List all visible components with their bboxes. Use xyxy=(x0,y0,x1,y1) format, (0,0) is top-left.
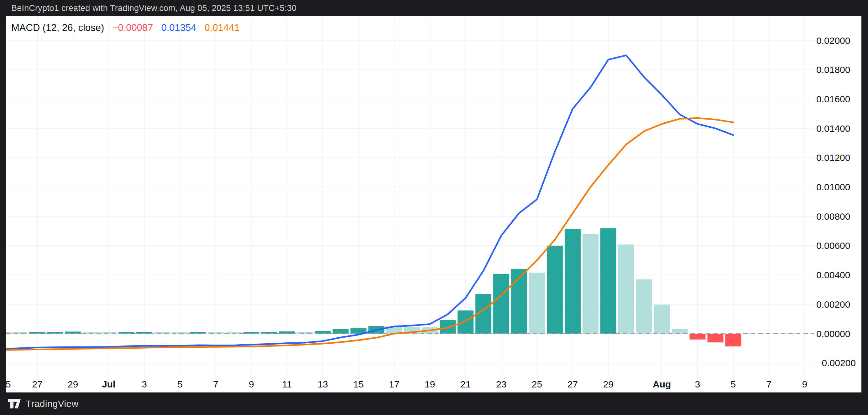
legend-histogram-value: −0.00087 xyxy=(112,22,153,34)
histogram-bar xyxy=(583,234,598,334)
y-tick-label: 0.01200 xyxy=(816,152,850,163)
histogram-bar xyxy=(547,246,563,334)
x-tick-label: 13 xyxy=(317,379,328,389)
x-tick-label: 3 xyxy=(695,379,700,389)
x-tick-label: 11 xyxy=(282,379,292,389)
histogram-bar xyxy=(672,329,688,334)
tradingview-screenshot: { "header": { "title": "BeInCrypto1 crea… xyxy=(0,0,868,415)
y-tick-label: 0.02000 xyxy=(816,35,850,46)
histogram-bar xyxy=(600,228,616,334)
x-tick-label: 7 xyxy=(767,379,772,389)
histogram-bar xyxy=(565,229,581,334)
y-tick-label: 0.00800 xyxy=(816,211,850,221)
x-tick-label: 5 xyxy=(731,379,736,389)
y-tick-label: 0.00600 xyxy=(816,240,850,251)
x-tick-label: 25 xyxy=(532,379,542,389)
indicator-legend[interactable]: MACD (12, 26, close) −0.00087 0.01354 0.… xyxy=(11,22,240,34)
header-bar: BeInCrypto1 created with TradingView.com… xyxy=(0,0,868,16)
x-tick-label: 3 xyxy=(142,379,147,389)
footer-bar: TradingView xyxy=(0,392,868,415)
histogram-bar xyxy=(440,320,456,334)
watermark-title: BeInCrypto1 created with TradingView.com… xyxy=(11,3,297,13)
x-tick-label: Aug xyxy=(653,379,671,389)
histogram-bar xyxy=(690,334,706,340)
x-tick-label: 9 xyxy=(802,379,807,389)
histogram-bar xyxy=(618,244,634,334)
histogram-bar xyxy=(458,310,473,334)
x-tick-label: 27 xyxy=(32,379,42,389)
histogram-bar xyxy=(333,329,349,334)
y-tick-label: 0.01400 xyxy=(816,123,850,134)
x-tick-label: 15 xyxy=(353,379,364,389)
histogram-bar xyxy=(654,305,670,334)
y-tick-label: 0.00200 xyxy=(816,299,850,310)
y-tick-label: 0.01800 xyxy=(816,65,850,75)
y-tick-label: −0.00200 xyxy=(816,358,856,368)
chart-panel: 0.020000.018000.016000.014000.012000.010… xyxy=(6,16,861,392)
y-tick-label: 0.01000 xyxy=(816,182,850,192)
macd-chart[interactable]: 0.020000.018000.016000.014000.012000.010… xyxy=(6,16,861,392)
x-tick-label: 23 xyxy=(496,379,506,389)
x-tick-label: 29 xyxy=(68,379,78,389)
x-tick-label: 19 xyxy=(425,379,435,389)
histogram-bar xyxy=(725,334,741,346)
x-tick-label: 5 xyxy=(177,379,183,389)
x-tick-label: 17 xyxy=(389,379,399,389)
y-tick-label: 0.00400 xyxy=(816,270,850,280)
x-tick-label: 27 xyxy=(567,379,578,389)
tradingview-brand[interactable]: TradingView xyxy=(26,399,78,409)
x-tick-label: 7 xyxy=(213,379,218,389)
x-tick-label: 21 xyxy=(460,379,471,389)
histogram-bar xyxy=(529,273,545,334)
x-tick-label: 29 xyxy=(603,379,614,389)
x-tick-label: Jul xyxy=(102,379,115,389)
tradingview-logo-icon[interactable] xyxy=(8,399,21,409)
histogram-bar xyxy=(708,334,723,342)
y-tick-label: 0.01600 xyxy=(816,94,850,104)
histogram-bar xyxy=(493,274,509,334)
legend-macd-value: 0.01354 xyxy=(161,22,196,34)
indicator-name[interactable]: MACD (12, 26, close) xyxy=(11,22,104,34)
x-tick-label: 25 xyxy=(6,379,11,389)
legend-signal-value: 0.01441 xyxy=(205,22,240,34)
x-tick-label: 9 xyxy=(249,379,254,389)
y-tick-label: 0.00000 xyxy=(816,328,850,339)
histogram-bar xyxy=(636,279,652,334)
